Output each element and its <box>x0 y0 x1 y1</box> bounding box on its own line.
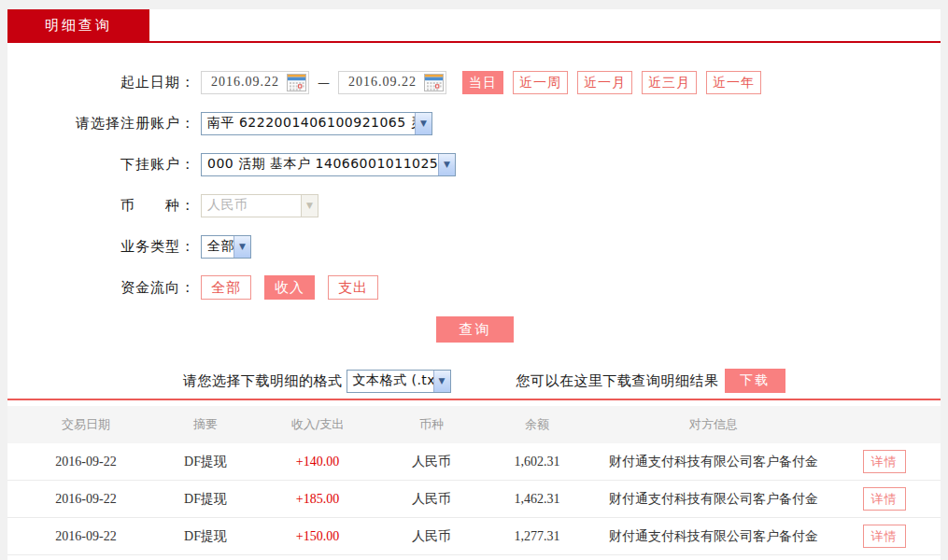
table-header-row: 交易日期 摘要 收入/支出 币种 余额 对方信息 <box>7 406 941 443</box>
cell-balance: 1,602.31 <box>474 455 600 469</box>
cell-summary: DF提现 <box>164 528 247 545</box>
cell-currency: 人民币 <box>389 454 474 470</box>
query-button[interactable]: 查询 <box>436 316 514 343</box>
quick-range-month-button[interactable]: 近一月 <box>577 71 632 94</box>
cell-counterparty: 财付通支付科技有限公司客户备付金 <box>600 491 828 508</box>
fund-flow-income-button[interactable]: 收入 <box>264 275 315 300</box>
transactions-table: 交易日期 摘要 收入/支出 币种 余额 对方信息 2016-09-22 DF提现… <box>7 406 941 555</box>
cell-summary: DF提现 <box>164 491 247 508</box>
quick-range-year-button[interactable]: 近一年 <box>706 71 761 94</box>
header-income-expense: 收入/支出 <box>247 416 389 433</box>
cell-amount: +140.00 <box>247 455 389 469</box>
cell-counterparty: 财付通支付科技有限公司客户备付金 <box>600 528 828 545</box>
header-transaction-date: 交易日期 <box>7 416 164 433</box>
header-summary: 摘要 <box>164 416 247 433</box>
calendar-icon[interactable] <box>424 74 444 91</box>
detail-button[interactable]: 详情 <box>863 525 906 548</box>
sub-account-select[interactable]: 000 活期 基本户 1406600101102571848 ▼ <box>201 153 456 176</box>
currency-value: 人民币 <box>202 197 301 214</box>
fund-flow-label: 资金流向： <box>7 279 201 297</box>
download-row: 请您选择下载明细的格式 文本格式 (.txt) ▼ 您可以在这里下载查询明细结果… <box>7 369 941 393</box>
date-range-row: 起止日期： 2016.09.22 <box>7 70 941 94</box>
registered-account-row: 请选择注册账户： 南平 6222001406100921065 灵通卡 ▼ <box>7 111 941 135</box>
sub-account-row: 下挂账户： 000 活期 基本户 1406600101102571848 ▼ <box>7 152 941 176</box>
cell-amount: +150.00 <box>247 529 389 544</box>
cell-currency: 人民币 <box>389 528 474 545</box>
business-type-select[interactable]: 全部 ▼ <box>201 235 251 259</box>
cell-currency: 人民币 <box>389 491 474 508</box>
detail-button[interactable]: 详情 <box>863 450 906 473</box>
table-top-divider <box>7 399 941 400</box>
tab-label: 明细查询 <box>45 17 112 35</box>
chevron-down-icon: ▼ <box>415 113 432 134</box>
calendar-icon[interactable] <box>287 74 306 91</box>
chevron-down-icon: ▼ <box>438 154 455 175</box>
currency-row: 币 种： 人民币 ▼ <box>7 193 941 217</box>
registered-account-label: 请选择注册账户： <box>7 115 201 133</box>
chevron-down-icon: ▼ <box>233 236 250 258</box>
cell-amount: +185.00 <box>247 492 389 507</box>
content-panel: 明细查询 起止日期： 2016.09.22 <box>7 9 941 560</box>
download-button[interactable]: 下载 <box>725 369 785 393</box>
download-format-select[interactable]: 文本格式 (.txt) ▼ <box>347 370 451 393</box>
fund-flow-row: 资金流向： 全部 收入 支出 <box>7 275 941 300</box>
cell-date: 2016-09-22 <box>7 455 164 469</box>
header-currency: 币种 <box>389 416 474 433</box>
date-range-label: 起止日期： <box>7 74 201 91</box>
table-row: 2016-09-22 DF提现 +140.00 人民币 1,602.31 财付通… <box>7 443 941 481</box>
fund-flow-expense-button[interactable]: 支出 <box>328 275 378 300</box>
end-date-value: 2016.09.22 <box>348 75 417 90</box>
chevron-down-icon: ▼ <box>433 371 450 392</box>
quick-range-today-button[interactable]: 当日 <box>462 71 503 94</box>
business-type-row: 业务类型： 全部 ▼ <box>7 234 941 259</box>
table-row: 2016-09-22 DF提现 +185.00 人民币 1,462.31 财付通… <box>7 481 941 518</box>
registered-account-value: 南平 6222001406100921065 灵通卡 <box>202 115 415 132</box>
download-hint: 您可以在这里下载查询明细结果 <box>516 372 719 390</box>
cell-date: 2016-09-22 <box>7 529 164 544</box>
start-date-value: 2016.09.22 <box>211 75 279 90</box>
registered-account-select[interactable]: 南平 6222001406100921065 灵通卡 ▼ <box>201 112 432 135</box>
cell-counterparty: 财付通支付科技有限公司客户备付金 <box>600 454 828 470</box>
header-counterparty: 对方信息 <box>600 416 828 433</box>
header-balance: 余额 <box>474 416 600 433</box>
quick-range-week-button[interactable]: 近一周 <box>513 71 568 94</box>
tab-detail-query[interactable]: 明细查询 <box>7 9 149 41</box>
currency-label: 币 种： <box>7 197 201 215</box>
cell-balance: 1,462.31 <box>474 492 600 507</box>
sub-account-label: 下挂账户： <box>7 156 201 174</box>
table-row: 2016-09-22 DF提现 +150.00 人民币 1,277.31 财付通… <box>7 518 941 555</box>
sub-account-value: 000 活期 基本户 1406600101102571848 <box>202 156 438 173</box>
end-date-input[interactable]: 2016.09.22 <box>338 71 446 94</box>
fund-flow-all-button[interactable]: 全部 <box>201 275 251 300</box>
query-form: 起止日期： 2016.09.22 <box>7 43 941 393</box>
cell-date: 2016-09-22 <box>7 492 164 507</box>
download-format-value: 文本格式 (.txt) <box>347 372 433 389</box>
detail-button[interactable]: 详情 <box>863 487 906 511</box>
currency-select: 人民币 ▼ <box>201 194 318 217</box>
cell-balance: 1,277.31 <box>474 529 600 544</box>
business-type-value: 全部 <box>202 238 233 255</box>
start-date-input[interactable]: 2016.09.22 <box>201 71 309 94</box>
date-separator: — <box>318 76 330 90</box>
business-type-label: 业务类型： <box>7 238 201 256</box>
chevron-down-icon: ▼ <box>301 195 318 217</box>
cell-summary: DF提现 <box>164 454 247 470</box>
download-format-label: 请您选择下载明细的格式 <box>183 372 343 390</box>
quick-range-quarter-button[interactable]: 近三月 <box>642 71 697 94</box>
